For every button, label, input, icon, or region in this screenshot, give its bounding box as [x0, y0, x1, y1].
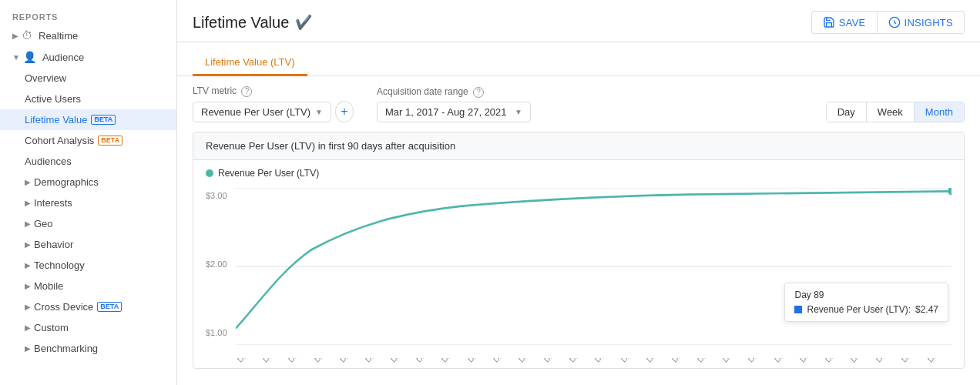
verified-icon: ✔️ [295, 14, 312, 31]
sidebar-item-label: Mobile [34, 280, 63, 292]
chevron-icon: ▼ [12, 53, 20, 62]
page-title-text: Lifetime Value [193, 14, 289, 32]
x-label-9: Day 27 [466, 358, 490, 364]
x-label-18: Day 54 [696, 358, 720, 364]
sidebar-item-cohort-analysis[interactable]: Cohort Analysis BETA [0, 130, 176, 151]
tooltip-day: Day 89 [794, 290, 938, 300]
sidebar-item-cross-device[interactable]: ▶ Cross Device BETA [0, 296, 176, 317]
x-label-13: Day 39 [568, 358, 592, 364]
chevron-icon: ▶ [25, 261, 31, 270]
ltv-metric-select[interactable]: Revenue Per User (LTV) ▼ [193, 102, 331, 122]
sidebar-item-audience[interactable]: ▼ 👤 Audience [0, 46, 176, 68]
insights-button[interactable]: INSIGHTS [877, 11, 965, 34]
sidebar-item-audiences[interactable]: Audiences [0, 151, 176, 172]
sidebar-item-benchmarking[interactable]: ▶ Benchmarking [0, 338, 176, 359]
y-axis: $3.00 $2.00 $1.00 [206, 191, 227, 337]
sidebar-item-behavior[interactable]: ▶ Behavior [0, 234, 176, 255]
chevron-icon: ▶ [25, 344, 31, 353]
sidebar-item-technology[interactable]: ▶ Technology [0, 255, 176, 276]
sidebar-item-label: Technology [34, 259, 85, 271]
tab-bar: Lifetime Value (LTV) [177, 42, 980, 76]
chart-legend: Revenue Per User (LTV) [206, 168, 951, 179]
x-label-2: Day 6 [287, 358, 310, 364]
x-label-20: Day 60 [747, 358, 770, 364]
x-label-17: Day 51 [670, 358, 694, 364]
ltv-metric-label: LTV metric ? [193, 85, 354, 97]
sidebar-item-interests[interactable]: ▶ Interests [0, 192, 176, 213]
x-label-6: Day 18 [389, 358, 413, 364]
acquisition-value: Mar 1, 2017 - Aug 27, 2021 [385, 106, 507, 118]
sidebar-item-label: Audiences [25, 156, 72, 167]
chart-title: Revenue Per User (LTV) in first 90 days … [193, 132, 964, 160]
x-label-15: Day 45 [619, 358, 643, 364]
tooltip-square [794, 306, 802, 313]
x-label-7: Day 21 [414, 358, 438, 364]
sidebar-item-label: Custom [34, 322, 69, 333]
x-label-21: Day 63 [773, 358, 797, 364]
insights-label: INSIGHTS [904, 17, 953, 28]
x-label-22: Day 66 [798, 358, 822, 364]
period-toggle: Day Week Month [826, 102, 965, 122]
controls-bar: LTV metric ? Revenue Per User (LTV) ▼ + … [177, 76, 980, 132]
sidebar-item-mobile[interactable]: ▶ Mobile [0, 276, 176, 296]
x-label-19: Day 57 [721, 358, 745, 364]
x-label-25: Day 75 [874, 358, 898, 364]
tooltip-metric-label: Revenue Per User (LTV): [807, 304, 911, 315]
sidebar-item-label: Benchmarking [34, 343, 98, 354]
y-label-2: $2.00 [206, 259, 227, 269]
x-label-4: Day 12 [338, 358, 362, 364]
period-week-button[interactable]: Week [867, 102, 915, 122]
beta-badge-orange: BETA [98, 136, 123, 146]
chevron-icon: ▶ [25, 303, 31, 311]
sidebar-item-label: Interests [34, 197, 72, 209]
help-icon-acquisition[interactable]: ? [473, 87, 484, 98]
sidebar-item-geo[interactable]: ▶ Geo [0, 213, 176, 234]
sidebar-item-label: Behavior [34, 239, 73, 250]
tab-label: Lifetime Value (LTV) [205, 56, 295, 68]
chevron-icon: ▶ [25, 282, 31, 290]
main-content: Lifetime Value ✔️ SAVE INSIGHTS Lifetime… [177, 0, 980, 385]
x-label-24: Day 72 [849, 358, 873, 364]
x-label-8: Day 24 [440, 358, 464, 364]
period-month-button[interactable]: Month [915, 102, 964, 122]
x-label-12: Day 36 [542, 358, 566, 364]
chart-end-dot [948, 188, 951, 196]
x-label-23: Day 69 [824, 358, 847, 364]
reports-label: REPORTS [0, 6, 176, 25]
x-label-11: Day 33 [517, 358, 541, 364]
x-axis: Day 0 Day 3 Day 6 Day 9 Day 12 Day 15 Da… [236, 358, 951, 367]
audience-icon: 👤 [23, 51, 36, 63]
chart-tooltip: Day 89 Revenue Per User (LTV): $2.47 [784, 283, 948, 322]
add-metric-button[interactable]: + [335, 101, 354, 122]
x-label-10: Day 30 [492, 358, 515, 364]
insights-icon [888, 16, 901, 28]
sidebar-item-overview[interactable]: Overview [0, 68, 176, 89]
chevron-icon: ▶ [25, 178, 31, 186]
sidebar-item-active-users[interactable]: Active Users [0, 89, 176, 109]
sidebar-item-demographics[interactable]: ▶ Demographics [0, 172, 176, 192]
beta-badge: BETA [91, 115, 116, 125]
sidebar-item-realtime[interactable]: ▶ ⏱ Realtime [0, 25, 176, 46]
content-area: Lifetime Value (LTV) LTV metric ? Revenu… [177, 42, 980, 385]
acquisition-group: Acquisition date range ? Mar 1, 2017 - A… [377, 86, 531, 122]
save-button[interactable]: SAVE [811, 11, 877, 34]
acquisition-date-select[interactable]: Mar 1, 2017 - Aug 27, 2021 ▼ [377, 102, 531, 122]
ltv-metric-select-wrapper: Revenue Per User (LTV) ▼ + [193, 101, 354, 122]
page-title: Lifetime Value ✔️ [193, 14, 312, 32]
sidebar-item-label: Geo [34, 218, 53, 229]
sidebar-item-label: Audience [42, 52, 84, 63]
help-icon[interactable]: ? [241, 86, 252, 97]
chevron-icon: ▶ [25, 219, 31, 228]
tooltip-metric-value: $2.47 [915, 304, 938, 315]
header-actions: SAVE INSIGHTS [811, 11, 965, 34]
chevron-icon: ▶ [25, 240, 31, 249]
sidebar-item-custom[interactable]: ▶ Custom [0, 317, 176, 338]
sidebar-item-lifetime-value[interactable]: Lifetime Value BETA [0, 109, 176, 130]
sidebar: REPORTS ▶ ⏱ Realtime ▼ 👤 Audience Overvi… [0, 0, 177, 385]
period-day-button[interactable]: Day [827, 102, 867, 122]
sidebar-item-label: Demographics [34, 176, 99, 188]
save-label: SAVE [839, 17, 866, 28]
tab-ltv[interactable]: Lifetime Value (LTV) [193, 50, 307, 76]
legend-dot [206, 169, 213, 177]
caret-icon: ▼ [515, 108, 522, 116]
